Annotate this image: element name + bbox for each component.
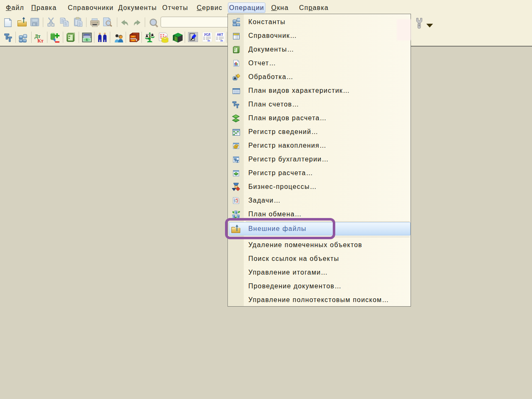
- svg-text:Кт: Кт: [37, 38, 43, 43]
- svg-text:АКТ: АКТ: [217, 33, 223, 37]
- svg-text:$: $: [86, 38, 88, 42]
- svg-text:УСЛ: УСЛ: [204, 33, 210, 37]
- svg-text:RUB: RUB: [85, 34, 89, 36]
